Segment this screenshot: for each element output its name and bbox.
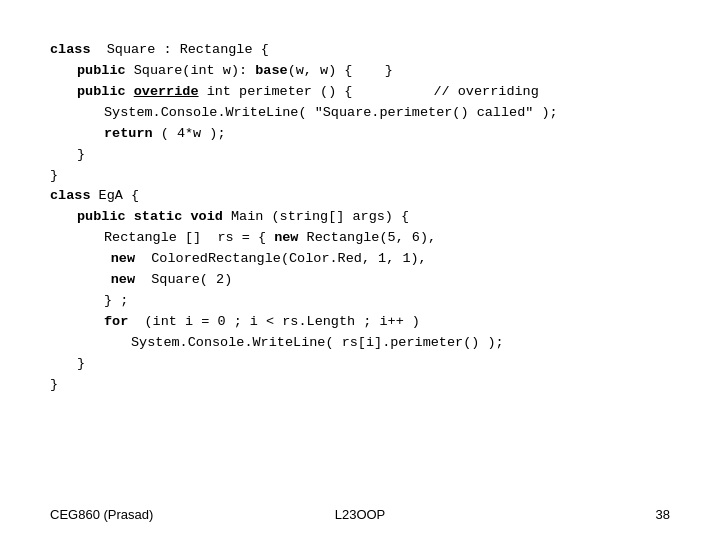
- code-line-11: new ColoredRectangle(Color.Red, 1, 1),: [50, 249, 670, 270]
- keyword-public-1: public: [77, 63, 126, 78]
- keyword-static: static: [134, 209, 183, 224]
- keyword-new-2: new: [111, 251, 135, 266]
- code-line-15: System.Console.WriteLine( rs[i].perimete…: [50, 333, 670, 354]
- keyword-return: return: [104, 126, 153, 141]
- keyword-new-3: new: [111, 272, 135, 287]
- code-line-1: class Square : Rectangle {: [50, 40, 670, 61]
- code-line-8: class EgA {: [50, 186, 670, 207]
- code-line-10: Rectangle [] rs = { new Rectangle(5, 6),: [50, 228, 670, 249]
- code-line-7: }: [50, 166, 670, 187]
- footer-center: L23OOP: [335, 507, 386, 522]
- code-line-3: public override int perimeter () { // ov…: [50, 82, 670, 103]
- code-line-13: } ;: [50, 291, 670, 312]
- code-line-17: }: [50, 375, 670, 396]
- keyword-public-2: public: [77, 84, 126, 99]
- keyword-void: void: [190, 209, 222, 224]
- footer-left: CEG860 (Prasad): [50, 507, 153, 522]
- code-line-5: return ( 4*w );: [50, 124, 670, 145]
- keyword-override: override: [134, 84, 199, 99]
- slide-content: class Square : Rectangle { public Square…: [0, 0, 720, 540]
- code-line-9: public static void Main (string[] args) …: [50, 207, 670, 228]
- code-line-14: for (int i = 0 ; i < rs.Length ; i++ ): [50, 312, 670, 333]
- code-line-16: }: [50, 354, 670, 375]
- keyword-new-1: new: [274, 230, 298, 245]
- keyword-public-3: public: [77, 209, 126, 224]
- footer-right: 38: [656, 507, 670, 522]
- keyword-class: class: [50, 42, 91, 57]
- footer-center-container: L23OOP: [335, 507, 386, 522]
- code-line-2: public Square(int w): base(w, w) { }: [50, 61, 670, 82]
- code-block: class Square : Rectangle { public Square…: [50, 40, 670, 396]
- code-line-6: }: [50, 145, 670, 166]
- code-line-4: System.Console.WriteLine( "Square.perime…: [50, 103, 670, 124]
- code-line-12: new Square( 2): [50, 270, 670, 291]
- keyword-base: base: [255, 63, 287, 78]
- keyword-class-2: class: [50, 188, 91, 203]
- keyword-for: for: [104, 314, 128, 329]
